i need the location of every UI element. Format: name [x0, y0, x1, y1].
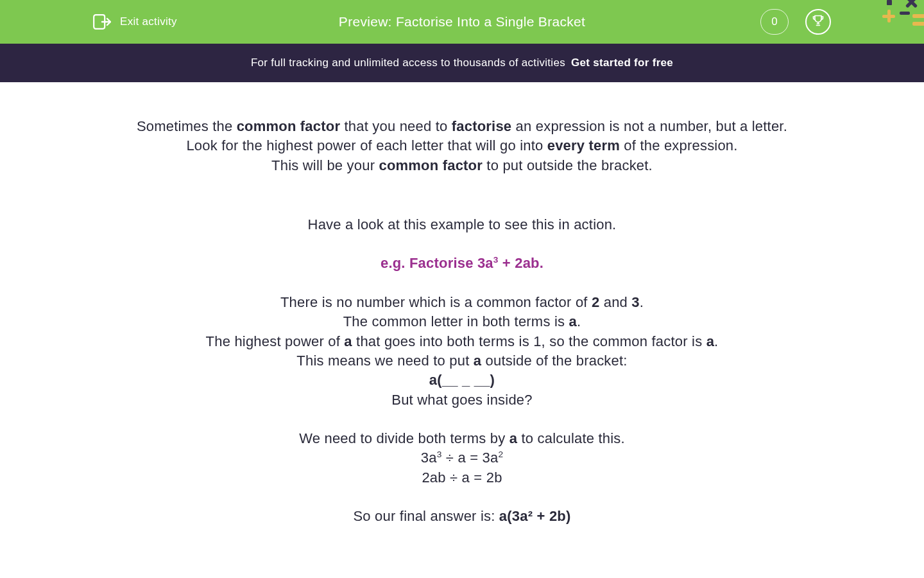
step-line-3: The highest power of a that goes into bo…	[109, 332, 815, 351]
promo-cta-link[interactable]: Get started for free	[571, 57, 673, 69]
division-2: 2ab ÷ a = 2b	[109, 468, 815, 487]
trophy-icon	[812, 14, 825, 30]
step-line-6: We need to divide both terms by a to cal…	[109, 429, 815, 448]
example-expression: e.g. Factorise 3a3 + 2ab.	[109, 254, 815, 273]
page-title: Preview: Factorise Into a Single Bracket	[339, 14, 585, 30]
lesson-content: Sometimes the common factor that you nee…	[0, 82, 924, 526]
trophy-button[interactable]	[805, 9, 831, 35]
score-pill: 0	[760, 9, 789, 35]
promo-text: For full tracking and unlimited access t…	[251, 57, 565, 69]
final-answer: So our final answer is: a(3a² + 2b)	[109, 507, 815, 526]
decorative-shapes	[882, 0, 924, 35]
bracket-template: a(__ _ __)	[109, 371, 815, 390]
step-line-1: There is no number which is a common fac…	[109, 293, 815, 312]
intro-line-3: This will be your common factor to put o…	[109, 156, 815, 175]
exit-activity-button[interactable]: Exit activity	[93, 14, 177, 30]
step-line-5: But what goes inside?	[109, 390, 815, 410]
step-line-2: The common letter in both terms is a.	[109, 312, 815, 331]
header-right-group: 0	[760, 9, 831, 35]
promo-banner: For full tracking and unlimited access t…	[0, 44, 924, 82]
step-line-4: This means we need to put a outside of t…	[109, 351, 815, 371]
exit-activity-label: Exit activity	[120, 15, 177, 28]
app-header: Exit activity Preview: Factorise Into a …	[0, 0, 924, 44]
division-1: 3a3 ÷ a = 3a2	[109, 448, 815, 468]
score-value: 0	[771, 15, 777, 28]
exit-icon	[93, 14, 111, 30]
example-intro: Have a look at this example to see this …	[109, 215, 815, 234]
intro-line-2: Look for the highest power of each lette…	[109, 136, 815, 155]
intro-line-1: Sometimes the common factor that you nee…	[109, 117, 815, 136]
